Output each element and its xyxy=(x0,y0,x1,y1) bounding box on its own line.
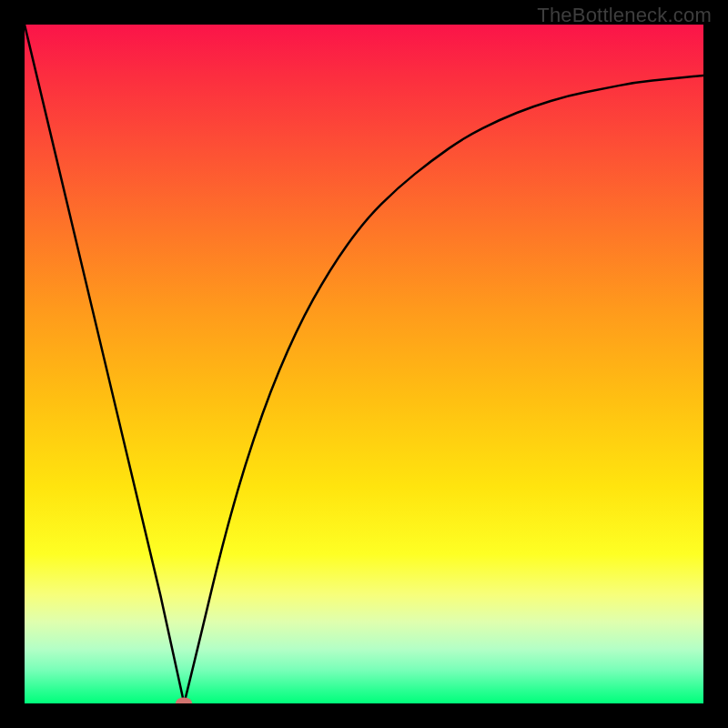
watermark-text: TheBottleneck.com xyxy=(537,4,712,27)
optimal-point-marker xyxy=(176,698,192,704)
chart-frame: TheBottleneck.com xyxy=(0,0,728,728)
bottleneck-curve xyxy=(25,25,703,703)
plot-area xyxy=(25,25,703,703)
